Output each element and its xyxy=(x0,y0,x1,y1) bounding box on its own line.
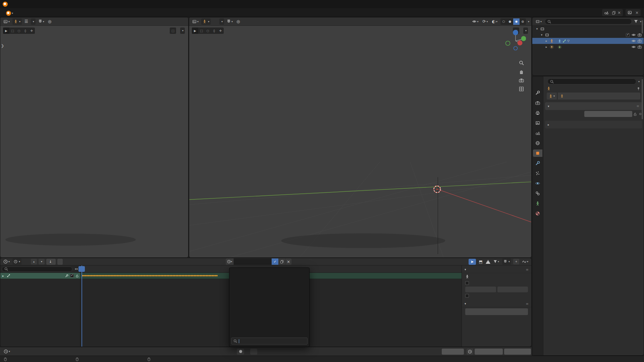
pan-hand-icon[interactable] xyxy=(519,69,524,74)
manual-frame-range-row[interactable] xyxy=(462,280,531,286)
transform-orientation-selector[interactable]: ▾ xyxy=(31,18,36,25)
viewport-right[interactable]: ▾ ▾ ▾ ▾ ◎ ▾ ⟳▾ ◐▾ ○ ● ◉ ◍ ▾ xyxy=(189,17,532,258)
scene-selector[interactable]: × xyxy=(602,9,623,16)
transform-panel-header[interactable]: ▾ ≡ xyxy=(545,102,642,110)
menu-item[interactable] xyxy=(15,14,21,17)
viewlayer-selector[interactable]: × xyxy=(626,9,641,16)
layer-down-button[interactable]: ▾ xyxy=(39,259,45,264)
snap-mode-dropdown[interactable]: ▾ xyxy=(502,258,511,265)
playback-menu-item[interactable] xyxy=(11,351,16,353)
properties-tab-particles[interactable] xyxy=(533,170,542,177)
eye-icon[interactable] xyxy=(632,33,636,37)
manual-frame-range-checkbox[interactable] xyxy=(465,281,469,285)
cursor-tool[interactable]: ✛ xyxy=(29,27,35,34)
unlink-scene-button[interactable]: × xyxy=(618,10,621,15)
pin-icon[interactable] xyxy=(637,87,640,90)
channel-search-input[interactable] xyxy=(2,266,72,272)
filter-icon[interactable] xyxy=(634,19,638,23)
properties-tab-render[interactable] xyxy=(533,99,542,107)
value-field[interactable]: ▾ xyxy=(584,111,632,117)
current-frame-field[interactable] xyxy=(442,349,464,355)
playhead-line[interactable] xyxy=(82,265,82,347)
properties-tab-output[interactable] xyxy=(533,109,542,117)
auto-key-button[interactable] xyxy=(237,349,244,355)
object-name-field[interactable] xyxy=(558,93,640,100)
zoom-icon[interactable] xyxy=(519,60,524,65)
select-box-tool[interactable]: ⬚ xyxy=(198,27,205,34)
current-frame-badge[interactable] xyxy=(78,266,85,272)
properties-section-header[interactable]: ▸ xyxy=(545,121,642,128)
duplicate-icon[interactable] xyxy=(612,11,616,15)
expand-caret[interactable]: ▾ xyxy=(535,27,539,31)
fit-filter-icon[interactable]: ↔ xyxy=(74,267,79,271)
properties-options-chevron[interactable]: ▾ xyxy=(638,80,640,83)
tweak-tool[interactable]: ▶ xyxy=(3,27,9,34)
browse-action-button[interactable]: ▾ xyxy=(226,258,233,265)
properties-tab-material[interactable] xyxy=(533,210,542,217)
viewport-menu-item[interactable] xyxy=(212,20,218,22)
properties-tab-scene[interactable] xyxy=(533,129,542,137)
create-pose-asset-header[interactable]: ▾ ≡ xyxy=(462,300,531,307)
select-box-tool[interactable]: ⬚ xyxy=(9,27,16,34)
shading-solid[interactable]: ● xyxy=(507,18,513,25)
tweak-tool[interactable]: ▶ xyxy=(192,27,198,34)
proportional-edit-button[interactable]: + xyxy=(513,259,519,264)
modifier-wrench-icon[interactable] xyxy=(65,274,68,278)
snap-toggle[interactable]: ▾ xyxy=(37,18,45,25)
outliner-row-scene-collection[interactable]: ▾ xyxy=(532,26,644,32)
expand-caret[interactable]: ▸ xyxy=(544,45,548,49)
editor-type-button[interactable]: ▾ xyxy=(191,18,200,25)
select-circle-tool[interactable]: ◌ xyxy=(16,27,22,34)
stash-button[interactable] xyxy=(57,259,63,265)
select-circle-tool[interactable]: ◌ xyxy=(205,27,211,34)
outliner-scrollbar[interactable] xyxy=(642,20,643,34)
filter-dropdown[interactable]: ▾ xyxy=(492,258,500,265)
properties-scrollbar[interactable] xyxy=(642,79,643,119)
editor-type-button[interactable]: ▾ xyxy=(535,18,543,25)
channel-enable-checkbox[interactable] xyxy=(70,274,74,278)
dopesheet-menu-item[interactable] xyxy=(23,260,29,263)
cursor-tool[interactable]: ✛ xyxy=(217,27,224,34)
remove-viewlayer-button[interactable]: × xyxy=(635,10,639,15)
viewport-right-canvas[interactable] xyxy=(189,17,531,257)
end-frame-field[interactable] xyxy=(504,349,531,355)
eye-icon[interactable] xyxy=(632,39,636,43)
preview-range-button[interactable] xyxy=(467,349,473,355)
id-type-dropdown[interactable]: ▾ xyxy=(547,93,557,100)
select-lasso-tool[interactable]: ◊ xyxy=(22,27,29,34)
window-control-button[interactable] xyxy=(633,0,644,8)
end-frame-field[interactable] xyxy=(497,287,528,292)
shading-options-chevron[interactable]: ▾ xyxy=(528,20,529,23)
viewport-left-canvas[interactable] xyxy=(0,17,188,257)
start-frame-field[interactable] xyxy=(475,349,503,355)
select-lasso-tool[interactable]: ◊ xyxy=(211,27,217,34)
overlays-toggle[interactable]: ◐▾ xyxy=(491,18,498,25)
action-panel-header[interactable]: ▾ ≡ xyxy=(462,266,531,273)
channel-row[interactable] xyxy=(0,273,80,279)
toolbar-expand-chevron[interactable]: ❯ xyxy=(1,44,4,48)
pose-asset-button[interactable] xyxy=(465,308,528,315)
shading-material-preview[interactable]: ◉ xyxy=(513,18,520,25)
action-dropdown-item[interactable] xyxy=(230,269,308,275)
outliner-search-input[interactable] xyxy=(545,18,632,24)
normalize-icon[interactable]: ⬒ xyxy=(478,258,484,265)
lock-icon[interactable] xyxy=(632,112,638,116)
mode-selector[interactable]: ▾ xyxy=(201,18,211,25)
proportional-edit-toggle[interactable]: ◎ xyxy=(47,18,52,25)
eye-icon[interactable] xyxy=(632,45,636,49)
add-workspace-button[interactable] xyxy=(37,13,43,17)
outliner-row-sun[interactable]: ▸ xyxy=(532,44,644,50)
fake-user-toggle[interactable]: ✓ xyxy=(272,258,278,265)
snap-toggle[interactable]: ▾ xyxy=(226,18,234,25)
editor-type-button[interactable]: ▾ xyxy=(2,18,11,25)
workspace-tab[interactable] xyxy=(30,13,37,17)
camera-icon[interactable] xyxy=(638,33,642,37)
properties-search-input[interactable] xyxy=(547,78,636,84)
properties-tab-object[interactable] xyxy=(533,149,542,157)
mode-options-icon[interactable]: ☰ xyxy=(23,18,29,25)
properties-tab-modifiers[interactable] xyxy=(533,160,542,167)
gizmos-toggle[interactable]: ⟳▾ xyxy=(481,18,489,25)
properties-tab-tool[interactable] xyxy=(533,89,542,97)
action-name-field[interactable] xyxy=(234,258,271,265)
shading-rendered[interactable]: ◍ xyxy=(520,18,526,25)
